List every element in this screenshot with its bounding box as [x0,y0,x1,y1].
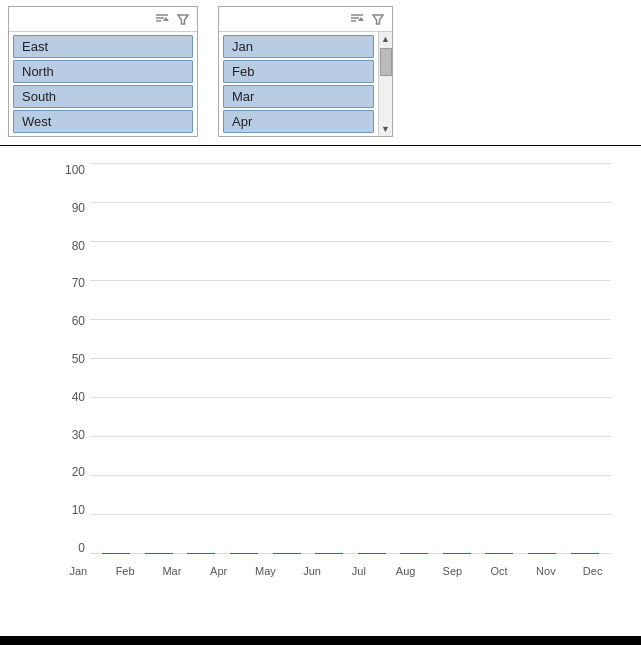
month-filter-item[interactable]: Jan [223,35,374,58]
x-axis-label: Dec [569,565,616,577]
y-axis-label: 90 [72,202,85,214]
y-axis-label: 100 [65,164,85,176]
y-axis-label: 50 [72,353,85,365]
y-axis-label: 30 [72,429,85,441]
month-list-wrapper: JanFebMarApr ▲ ▼ [219,32,392,136]
y-axis-label: 80 [72,240,85,252]
svg-marker-9 [373,15,383,24]
x-axis-label: Nov [523,565,570,577]
scrollbar-down-arrow[interactable]: ▼ [379,122,393,136]
chart-inner [90,164,611,554]
x-axis-label: Jun [289,565,336,577]
month-filter-item[interactable]: Mar [223,85,374,108]
x-axis-label: Jul [336,565,383,577]
svg-marker-4 [178,15,188,24]
chart-container: 0102030405060708090100 JanFebMarAprMayJu… [50,164,621,584]
scrollbar-track: ▲ ▼ [378,32,392,136]
month-filter-item[interactable]: Apr [223,110,374,133]
x-axis-label: Feb [102,565,149,577]
region-filter-item[interactable]: South [13,85,193,108]
region-filter-list: EastNorthSouthWest [9,32,197,136]
x-axis-labels: JanFebMarAprMayJunJulAugSepOctNovDec [50,554,621,584]
y-axis-label: 0 [78,542,85,554]
x-axis-label: Sep [429,565,476,577]
region-filter-item[interactable]: North [13,60,193,83]
x-axis-label: Mar [149,565,196,577]
y-axis-label: 10 [72,504,85,516]
x-axis-label: Jan [55,565,102,577]
region-filter-item[interactable]: East [13,35,193,58]
region-filter-item[interactable]: West [13,110,193,133]
y-axis-label: 40 [72,391,85,403]
top-panel: EastNorthSouthWest JanFebMarApr ▲ ▼ [0,0,641,145]
y-axis-label: 70 [72,277,85,289]
region-sort-icon[interactable] [153,10,171,28]
scrollbar-thumb[interactable] [380,48,392,76]
month-filter-item[interactable]: Feb [223,60,374,83]
x-axis-label: Oct [476,565,523,577]
month-filter-header [219,7,392,32]
scrollbar-up-arrow[interactable]: ▲ [379,32,393,46]
region-filter-header [9,7,197,32]
month-sort-icon[interactable] [348,10,366,28]
month-filter-list: JanFebMarApr [219,32,378,136]
x-axis-label: Aug [382,565,429,577]
month-filter-icon[interactable] [369,10,387,28]
x-axis-label: Apr [195,565,242,577]
month-filter-icons [348,10,387,28]
y-axis: 0102030405060708090100 [50,164,90,554]
region-filter-box: EastNorthSouthWest [8,6,198,137]
chart-area: 0102030405060708090100 JanFebMarAprMayJu… [0,146,641,636]
bars-container [90,164,611,554]
region-filter-icons [153,10,192,28]
region-filter-icon[interactable] [174,10,192,28]
y-axis-label: 20 [72,466,85,478]
month-filter-box: JanFebMarApr ▲ ▼ [218,6,393,137]
x-axis-label: May [242,565,289,577]
y-axis-label: 60 [72,315,85,327]
